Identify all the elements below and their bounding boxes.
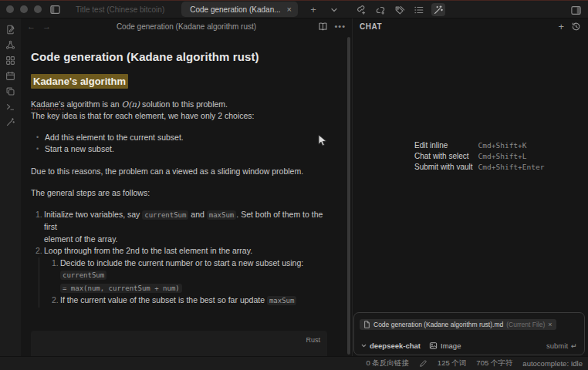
inline-math: O(n) bbox=[122, 99, 140, 109]
list-item: 1. Initialize two variables, say current… bbox=[31, 209, 327, 246]
context-file-chip[interactable]: Code generation (Kadane algorithm rust).… bbox=[360, 319, 556, 330]
traffic-lights bbox=[6, 5, 42, 13]
templates-copy-icon[interactable] bbox=[3, 86, 19, 96]
status-bar: 0 条反向链接 125 个词 705 个字符 autocomplete: Idl… bbox=[0, 356, 588, 370]
chat-toolbar bbox=[354, 3, 445, 16]
close-window-button[interactable] bbox=[6, 5, 14, 13]
rust-code-block: Rust bbox=[31, 331, 327, 357]
tab-label: Title test (Chinese bitcoin) bbox=[76, 5, 164, 14]
edit-pencil-icon[interactable] bbox=[419, 359, 427, 368]
zoom-window-button[interactable] bbox=[34, 5, 42, 13]
list-item: 1. Decide to include the current number … bbox=[39, 257, 327, 295]
steps-ordered-list: 1. Initialize two variables, say current… bbox=[31, 209, 327, 308]
toggle-right-sidebar-icon[interactable] bbox=[569, 3, 583, 17]
list-item: 2. If the current value of the subset is… bbox=[39, 294, 327, 308]
note-title-breadcrumb: Code generation (Kadane algorithm rust) bbox=[21, 22, 352, 31]
window-accent-line bbox=[0, 0, 588, 1]
daily-note-calendar-icon[interactable] bbox=[3, 70, 19, 81]
inline-code: currentSum bbox=[60, 271, 106, 280]
chat-history-icon[interactable] bbox=[571, 22, 581, 32]
tags-icon[interactable] bbox=[393, 3, 407, 16]
doc-heading-2-highlighted: Kadane's algorithm bbox=[31, 74, 128, 89]
chat-panel-title: CHAT bbox=[360, 22, 382, 31]
code-language-label: Rust bbox=[306, 335, 320, 347]
minimize-window-button[interactable] bbox=[20, 5, 28, 13]
autocomplete-status: autocomplete: Idle bbox=[522, 359, 583, 368]
bullet-glyph: • bbox=[36, 132, 45, 144]
titlebar-right-tools bbox=[327, 1, 445, 18]
inline-code: maxSum bbox=[207, 210, 237, 220]
ribbon-wand-icon[interactable] bbox=[3, 116, 19, 127]
editor-header: ← → Code generation (Kadane algorithm ru… bbox=[21, 18, 352, 34]
chat-shortcut-hints: Edit inline Cmd+Shift+K Chat with select… bbox=[414, 141, 544, 171]
chevron-down-icon bbox=[360, 342, 367, 349]
paragraph-sliding-window: Due to this reasons, the problem can a v… bbox=[31, 166, 327, 178]
bullet-glyph: • bbox=[36, 143, 45, 156]
editor-scrollbar[interactable] bbox=[347, 37, 350, 355]
left-ribbon bbox=[0, 18, 21, 356]
canvas-grid-icon[interactable] bbox=[3, 55, 19, 66]
terminal-icon[interactable] bbox=[3, 101, 19, 112]
model-selector[interactable]: deepseek-chat bbox=[360, 341, 421, 350]
inline-code: maxSum bbox=[267, 296, 297, 305]
tab-close-icon[interactable]: × bbox=[287, 5, 292, 14]
char-count: 705 个字符 bbox=[476, 358, 512, 368]
tab-title-test[interactable]: Title test (Chinese bitcoin) bbox=[66, 2, 174, 17]
inline-code: = max(num, currentSum + num) bbox=[60, 284, 182, 293]
backlinks-count[interactable]: 0 条反向链接 bbox=[366, 358, 408, 368]
new-chat-icon[interactable]: + bbox=[558, 22, 564, 32]
markdown-preview: Code generation (Kadane algorithm rust) … bbox=[21, 34, 352, 356]
context-file-name: Code generation (Kadane algorithm rust).… bbox=[373, 321, 503, 328]
paragraph-general-steps: The general steps are as follows: bbox=[31, 187, 327, 200]
titlebar: Title test (Chinese bitcoin) Code genera… bbox=[0, 1, 588, 18]
tab-code-generation[interactable]: Code generation (Kadan... × bbox=[181, 2, 298, 17]
chat-header: CHAT + bbox=[353, 18, 588, 34]
list-icon[interactable] bbox=[412, 3, 426, 16]
reading-view-icon[interactable] bbox=[318, 22, 328, 32]
quick-switcher-icon[interactable] bbox=[3, 24, 19, 35]
context-file-tag: (Current File) bbox=[506, 321, 545, 328]
add-backlink-icon[interactable] bbox=[373, 3, 387, 16]
wand-icon[interactable] bbox=[431, 3, 445, 16]
word-count: 125 个词 bbox=[438, 358, 467, 368]
list-item: 2. Loop through from the 2nd to the last… bbox=[31, 245, 327, 257]
more-options-icon[interactable]: ••• bbox=[334, 22, 346, 31]
submit-button[interactable]: submit ↵ bbox=[546, 341, 577, 350]
new-tab-button[interactable]: + bbox=[307, 4, 319, 15]
paragraph-kadane-intro: Kadane's algorithm is an O(n) solution t… bbox=[31, 99, 327, 123]
doc-heading-1: Code generation (Kadane algorithm rust) bbox=[31, 49, 327, 64]
inline-code: currentSum bbox=[142, 210, 188, 220]
tab-label: Code generation (Kadan... bbox=[190, 5, 280, 14]
tab-list-chevron-down-icon[interactable] bbox=[327, 3, 341, 17]
list-item: • Start a new subset. bbox=[31, 143, 327, 156]
chat-panel: CHAT + Edit inline Cmd+Shift+K Chat with… bbox=[353, 18, 588, 356]
image-icon bbox=[429, 341, 438, 350]
chat-messages-area: Edit inline Cmd+Shift+K Chat with select… bbox=[353, 34, 588, 356]
workspace: ← → Code generation (Kadane algorithm ru… bbox=[0, 18, 588, 356]
app-window: Title test (Chinese bitcoin) Code genera… bbox=[0, 0, 588, 370]
return-key-icon: ↵ bbox=[571, 341, 577, 350]
attach-image-button[interactable]: Image bbox=[429, 341, 461, 350]
editor-pane: ← → Code generation (Kadane algorithm ru… bbox=[21, 18, 352, 356]
navigate-forward-icon[interactable]: → bbox=[42, 22, 51, 31]
list-item: • Add this element to the current subset… bbox=[31, 132, 327, 144]
choices-bullet-list: • Add this element to the current subset… bbox=[31, 132, 327, 156]
file-icon bbox=[363, 321, 370, 328]
nested-ordered-list: 1. Decide to include the current number … bbox=[39, 257, 327, 308]
chip-close-icon[interactable]: × bbox=[548, 321, 552, 328]
add-link-icon[interactable] bbox=[354, 3, 368, 16]
graph-view-icon[interactable] bbox=[3, 39, 19, 50]
navigate-back-icon[interactable]: ← bbox=[27, 22, 35, 31]
chat-input-box[interactable]: Code generation (Kadane algorithm rust).… bbox=[353, 312, 585, 355]
toggle-left-sidebar-icon[interactable] bbox=[48, 2, 62, 16]
